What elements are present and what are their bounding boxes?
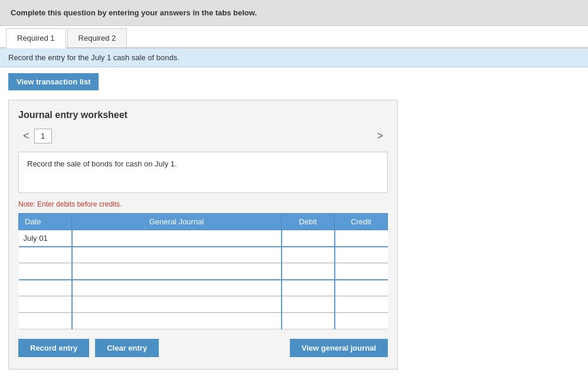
- table-row: [19, 313, 388, 329]
- general-journal-input[interactable]: [73, 231, 281, 245]
- date-cell: [19, 296, 72, 313]
- header-date: Date: [19, 214, 72, 230]
- general-journal-input[interactable]: [73, 314, 281, 328]
- debit-cell[interactable]: [282, 296, 335, 313]
- date-cell: [19, 313, 72, 329]
- header-general-journal: General Journal: [72, 214, 282, 230]
- general-journal-input[interactable]: [73, 298, 281, 311]
- description-box: Record the sale of bonds for cash on Jul…: [18, 152, 388, 193]
- general-journal-cell[interactable]: [72, 263, 282, 280]
- debit-input[interactable]: [282, 314, 334, 328]
- clear-entry-button[interactable]: Clear entry: [95, 339, 159, 357]
- debit-cell[interactable]: [282, 230, 335, 247]
- general-journal-input[interactable]: [73, 264, 281, 278]
- journal-table: Date General Journal Debit Credit July 0…: [18, 213, 388, 329]
- credit-input[interactable]: [335, 281, 388, 295]
- debit-input[interactable]: [282, 248, 334, 261]
- general-journal-cell[interactable]: [72, 280, 282, 296]
- debit-cell[interactable]: [282, 263, 335, 280]
- note-text: Note: Enter debits before credits.: [18, 200, 388, 208]
- top-banner: Complete this question by entering your …: [0, 0, 588, 26]
- general-journal-cell[interactable]: [72, 296, 282, 313]
- view-transaction-button[interactable]: View transaction list: [8, 73, 99, 90]
- date-cell: [19, 247, 72, 263]
- buttons-row: Record entry Clear entry View general jo…: [18, 339, 388, 357]
- general-journal-input[interactable]: [73, 281, 281, 295]
- debit-cell[interactable]: [282, 280, 335, 296]
- table-row: [19, 247, 388, 263]
- table-row: [19, 263, 388, 280]
- credit-input[interactable]: [335, 314, 388, 328]
- credit-cell[interactable]: [335, 313, 388, 329]
- credit-input[interactable]: [335, 264, 388, 278]
- table-row: July 01: [19, 230, 388, 247]
- tab-required-2[interactable]: Required 2: [67, 28, 128, 47]
- general-journal-cell[interactable]: [72, 230, 282, 247]
- nav-right-arrow[interactable]: >: [372, 128, 388, 145]
- credit-cell[interactable]: [335, 280, 388, 296]
- debit-cell[interactable]: [282, 247, 335, 263]
- general-journal-input[interactable]: [73, 248, 281, 261]
- instruction-bar: Record the entry for the July 1 cash sal…: [0, 48, 588, 67]
- tab-required-1[interactable]: Required 1: [6, 28, 66, 48]
- view-general-journal-button[interactable]: View general journal: [290, 339, 388, 357]
- credit-cell[interactable]: [335, 247, 388, 263]
- nav-row: < 1 >: [18, 128, 388, 145]
- general-journal-cell[interactable]: [72, 313, 282, 329]
- table-row: [19, 296, 388, 313]
- credit-input[interactable]: [335, 248, 388, 261]
- credit-cell[interactable]: [335, 230, 388, 247]
- debit-input[interactable]: [282, 231, 334, 245]
- credit-input[interactable]: [335, 298, 388, 311]
- instruction-text: Record the entry for the July 1 cash sal…: [8, 53, 179, 62]
- general-journal-cell[interactable]: [72, 247, 282, 263]
- record-entry-button[interactable]: Record entry: [18, 339, 89, 357]
- credit-cell[interactable]: [335, 296, 388, 313]
- debit-cell[interactable]: [282, 313, 335, 329]
- date-cell: [19, 263, 72, 280]
- header-debit: Debit: [282, 214, 335, 230]
- description-text: Record the sale of bonds for cash on Jul…: [27, 159, 177, 168]
- nav-left-arrow[interactable]: <: [18, 128, 34, 145]
- date-cell: [19, 280, 72, 296]
- worksheet-title: Journal entry worksheet: [18, 110, 388, 120]
- header-credit: Credit: [335, 214, 388, 230]
- credit-cell[interactable]: [335, 263, 388, 280]
- credit-input[interactable]: [335, 231, 388, 245]
- table-header-row: Date General Journal Debit Credit: [19, 214, 388, 230]
- debit-input[interactable]: [282, 298, 334, 311]
- debit-input[interactable]: [282, 264, 334, 278]
- banner-text: Complete this question by entering your …: [11, 8, 257, 17]
- date-cell: July 01: [19, 230, 72, 247]
- tabs-row: Required 1 Required 2: [0, 28, 588, 48]
- worksheet-container: Journal entry worksheet < 1 > Record the…: [8, 100, 398, 370]
- page-number: 1: [34, 129, 52, 143]
- table-row: [19, 280, 388, 296]
- debit-input[interactable]: [282, 281, 334, 295]
